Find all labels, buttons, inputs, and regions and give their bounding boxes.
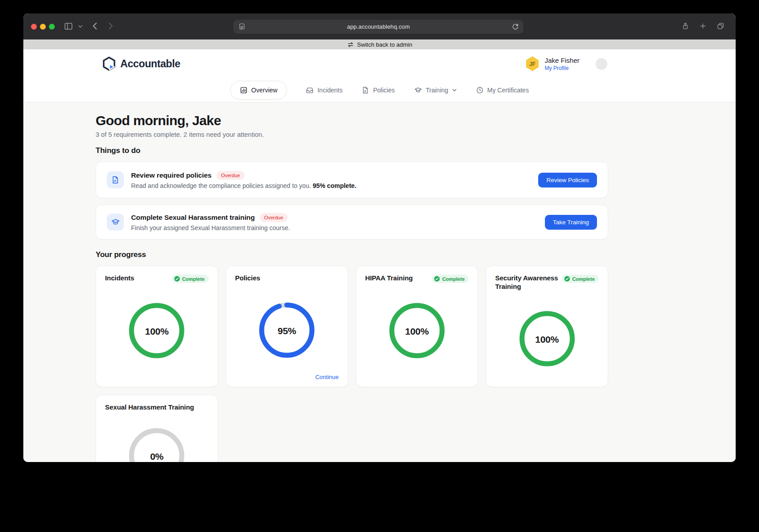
todo-title: Complete Sexual Harassment training <box>131 214 255 222</box>
page-settings-icon[interactable] <box>238 23 246 32</box>
progress-percent: 100% <box>519 311 575 368</box>
todo-heading: Things to do <box>96 146 608 155</box>
new-tab-icon[interactable] <box>699 22 707 32</box>
my-profile-link[interactable]: My Profile <box>544 65 579 71</box>
progress-ring: 100% <box>389 303 445 360</box>
clock-icon <box>476 86 484 94</box>
address-bar[interactable]: app.accountablehq.com <box>233 20 523 34</box>
traffic-lights <box>31 24 55 30</box>
todo-card-sexual-harassment-training: Complete Sexual Harassment training Over… <box>96 205 608 240</box>
swap-arrows-icon <box>347 42 354 48</box>
sidebar-toggle-icon[interactable] <box>64 22 73 31</box>
tab-overview-icon[interactable] <box>716 22 725 32</box>
todo-title: Review required policies <box>131 171 211 179</box>
brand-name: Accountable <box>120 58 180 70</box>
switch-back-to-admin-banner[interactable]: Switch back to admin <box>23 39 736 49</box>
progress-card-hipaa-training: HIPAA Training Complete 100% <box>356 266 478 387</box>
app-header: Accountable JF Jake Fisher My Profile <box>23 49 736 78</box>
browser-window: app.accountablehq.com Switch back to adm… <box>23 13 736 462</box>
header-circle-placeholder <box>596 58 607 70</box>
progress-card-security-awareness-training: Security Awareness Training Complete 100… <box>486 266 608 387</box>
document-icon <box>361 86 369 94</box>
progress-percent: 0% <box>129 428 184 462</box>
banner-label: Switch back to admin <box>357 41 412 48</box>
progress-card-policies: Policies 95% Continue <box>226 266 348 387</box>
card-title: HIPAA Training <box>365 274 413 283</box>
progress-ring: 100% <box>519 311 575 368</box>
progress-percent: 95% <box>259 302 315 360</box>
tab-overview[interactable]: Overview <box>230 81 287 100</box>
tab-incidents[interactable]: Incidents <box>306 86 342 94</box>
back-button[interactable] <box>91 22 100 31</box>
main-nav: Overview Incidents Policies Training My … <box>23 78 736 102</box>
bar-chart-icon <box>240 86 248 94</box>
progress-heading: Your progress <box>96 250 608 259</box>
complete-badge: Complete <box>172 275 209 283</box>
graduation-cap-icon <box>107 214 124 231</box>
chevron-down-icon[interactable] <box>78 25 83 28</box>
inbox-icon <box>306 86 314 94</box>
page-title: Good morning, Jake <box>96 113 608 128</box>
tab-training[interactable]: Training <box>414 86 457 94</box>
progress-card-incidents: Incidents Complete 100% <box>96 266 218 387</box>
share-icon[interactable] <box>681 22 689 32</box>
close-button[interactable] <box>31 24 37 30</box>
check-circle-icon <box>174 276 180 282</box>
progress-cards-row: Incidents Complete 100% <box>96 266 608 387</box>
chevron-down-icon <box>452 88 457 92</box>
progress-percent: 100% <box>129 303 184 360</box>
card-title: Sexual Harassment Training <box>105 403 194 412</box>
overdue-badge: Overdue <box>216 171 244 180</box>
summary-text: 3 of 5 requirements complete. 2 items ne… <box>96 131 608 138</box>
user-name: Jake Fisher <box>544 57 579 64</box>
tab-my-certificates[interactable]: My Certificates <box>476 86 529 94</box>
progress-percent: 100% <box>389 303 445 360</box>
tab-policies[interactable]: Policies <box>361 86 395 94</box>
forward-button[interactable] <box>106 22 115 31</box>
user-menu: JF Jake Fisher My Profile <box>525 57 607 71</box>
progress-ring: 95% <box>259 302 315 360</box>
complete-badge: Complete <box>562 275 599 283</box>
take-training-button[interactable]: Take Training <box>545 215 597 230</box>
check-circle-icon <box>564 276 570 282</box>
card-title: Policies <box>235 274 260 283</box>
logo-hexagon-icon <box>102 57 116 71</box>
avatar[interactable]: JF <box>525 57 539 71</box>
graduation-cap-icon <box>414 86 422 94</box>
reload-icon[interactable] <box>512 23 519 32</box>
overdue-badge: Overdue <box>260 213 288 222</box>
card-title: Security Awareness Training <box>495 274 562 291</box>
complete-badge: Complete <box>432 275 469 283</box>
todo-card-review-policies: Review required policies Overdue Read an… <box>96 161 608 198</box>
continue-link[interactable]: Continue <box>315 374 338 380</box>
browser-titlebar: app.accountablehq.com <box>23 13 736 39</box>
check-circle-icon <box>434 276 440 282</box>
progress-cards-row-2: Sexual Harassment Training 0% <box>96 395 608 462</box>
page-content: Good morning, Jake 3 of 5 requirements c… <box>23 102 736 462</box>
titlebar-right-controls <box>681 22 725 32</box>
accountable-logo[interactable]: Accountable <box>102 57 180 71</box>
url-text: app.accountablehq.com <box>347 23 410 30</box>
todo-description: Read and acknowledge the compliance poli… <box>131 182 538 189</box>
progress-ring: 0% <box>129 428 184 462</box>
review-policies-button[interactable]: Review Policies <box>538 173 597 188</box>
progress-ring: 100% <box>129 303 184 360</box>
todo-description: Finish your assigned Sexual Harassment t… <box>131 224 545 231</box>
minimize-button[interactable] <box>40 24 46 30</box>
document-icon <box>107 171 124 188</box>
zoom-button[interactable] <box>49 24 55 30</box>
progress-card-sexual-harassment-training: Sexual Harassment Training 0% <box>96 395 218 462</box>
card-title: Incidents <box>105 274 134 283</box>
